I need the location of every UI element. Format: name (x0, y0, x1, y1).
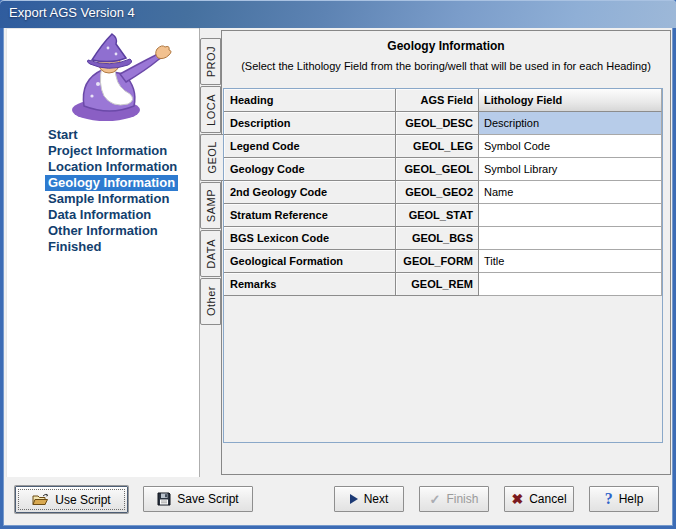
lithology-field-cell[interactable]: Symbol Library (479, 158, 662, 181)
tab-proj[interactable]: PROJ (200, 38, 221, 85)
wizard-step-project-information[interactable]: Project Information (45, 143, 170, 159)
tab-data[interactable]: DATA (200, 230, 221, 277)
lithology-field-cell[interactable] (479, 227, 662, 250)
wizard-sidebar: StartProject InformationLocation Informa… (6, 28, 200, 477)
save-script-label: Save Script (177, 492, 238, 506)
wizard-step-data-information[interactable]: Data Information (45, 207, 154, 223)
wizard-step-location-information[interactable]: Location Information (45, 159, 180, 175)
table-row: BGS Lexicon Code GEOL_BGS (224, 227, 662, 250)
tab-loca[interactable]: LOCA (200, 86, 221, 133)
titlebar[interactable]: Export AGS Version 4 (0, 0, 676, 28)
geology-field-grid: Heading AGS Field Lithology Field Descri… (223, 88, 663, 443)
window-title: Export AGS Version 4 (9, 5, 135, 20)
table-row: Stratum Reference GEOL_STAT (224, 204, 662, 227)
tab-other[interactable]: Other (200, 278, 221, 325)
heading-cell: 2nd Geology Code (224, 181, 396, 204)
table-header-row: Heading AGS Field Lithology Field (224, 89, 662, 112)
help-button[interactable]: ? Help (589, 486, 659, 512)
heading-cell: BGS Lexicon Code (224, 227, 396, 250)
ags-field-cell: GEOL_GEOL (396, 158, 479, 181)
lithology-field-cell[interactable] (479, 204, 662, 227)
lithology-field-cell[interactable]: Name (479, 181, 662, 204)
ags-field-cell: GEOL_LEG (396, 135, 479, 158)
tab-samp[interactable]: SAMP (200, 182, 221, 229)
panel-subtitle: (Select the Lithology Field from the bor… (222, 60, 670, 72)
next-label: Next (364, 492, 389, 506)
table-row: 2nd Geology Code GEOL_GEO2 Name (224, 181, 662, 204)
table-row: Legend Code GEOL_LEG Symbol Code (224, 135, 662, 158)
wizard-step-geology-information[interactable]: Geology Information (45, 175, 178, 191)
heading-cell: Description (224, 112, 396, 135)
finish-label: Finish (446, 492, 478, 506)
heading-cell: Geological Formation (224, 250, 396, 273)
tab-geol[interactable]: GEOL (200, 134, 223, 181)
column-header-ags-field: AGS Field (396, 89, 479, 112)
column-header-lithology-field: Lithology Field (479, 89, 662, 112)
ags-field-cell: GEOL_GEO2 (396, 181, 479, 204)
panel-title: Geology Information (222, 39, 670, 53)
save-icon (157, 492, 171, 506)
heading-cell: Legend Code (224, 135, 396, 158)
cancel-label: Cancel (529, 492, 566, 506)
table-row: Remarks GEOL_REM (224, 273, 662, 296)
heading-cell: Stratum Reference (224, 204, 396, 227)
finish-button: ✓ Finish (419, 486, 489, 512)
wizard-step-other-information[interactable]: Other Information (45, 223, 161, 239)
use-script-label: Use Script (55, 493, 110, 507)
wizard-step-sample-information[interactable]: Sample Information (45, 191, 172, 207)
next-arrow-icon (350, 494, 358, 504)
lithology-field-cell[interactable]: Description (479, 112, 662, 135)
column-header-heading: Heading (224, 89, 396, 112)
use-script-button[interactable]: Use Script (15, 486, 128, 513)
save-script-button[interactable]: Save Script (143, 486, 253, 512)
lithology-field-cell[interactable]: Symbol Code (479, 135, 662, 158)
next-button[interactable]: Next (334, 486, 404, 512)
table-row: Description GEOL_DESC Description (224, 112, 662, 135)
table-row: Geological Formation GEOL_FORM Title (224, 250, 662, 273)
ags-field-cell: GEOL_DESC (396, 112, 479, 135)
cancel-x-icon: ✖ (511, 491, 523, 507)
ags-field-cell: GEOL_BGS (396, 227, 479, 250)
wizard-step-finished[interactable]: Finished (45, 239, 104, 255)
help-question-icon: ? (605, 490, 613, 508)
cancel-button[interactable]: ✖ Cancel (504, 486, 574, 512)
wizard-step-list: StartProject InformationLocation Informa… (45, 127, 180, 255)
help-label: Help (619, 492, 644, 506)
folder-open-icon (32, 493, 49, 506)
wizard-step-start[interactable]: Start (45, 127, 81, 143)
lithology-field-cell[interactable]: Title (479, 250, 662, 273)
lithology-field-cell[interactable] (479, 273, 662, 296)
export-ags-dialog: Export AGS Version 4 (0, 0, 676, 529)
ags-field-cell: GEOL_STAT (396, 204, 479, 227)
table-row: Geology Code GEOL_GEOL Symbol Library (224, 158, 662, 181)
heading-cell: Remarks (224, 273, 396, 296)
ags-field-cell: GEOL_FORM (396, 250, 479, 273)
ags-field-cell: GEOL_REM (396, 273, 479, 296)
heading-cell: Geology Code (224, 158, 396, 181)
wizard-illustration (54, 32, 176, 128)
finish-check-icon: ✓ (430, 492, 441, 507)
